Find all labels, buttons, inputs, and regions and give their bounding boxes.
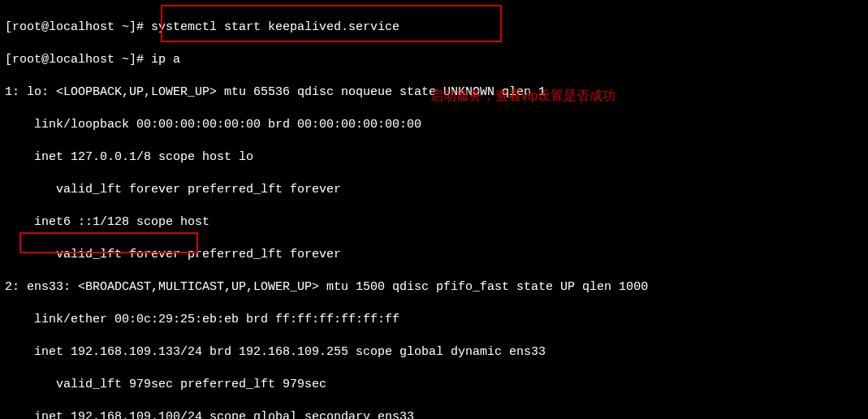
output-line: valid_lft forever preferred_lft forever	[5, 247, 863, 263]
output-line: inet 127.0.0.1/8 scope host lo	[5, 149, 863, 166]
output-line: 2: ens33: <BROADCAST,MULTICAST,UP,LOWER_…	[5, 279, 863, 296]
output-line: inet 192.168.109.133/24 brd 192.168.109.…	[5, 344, 863, 361]
output-line: link/loopback 00:00:00:00:00:00 brd 00:0…	[5, 117, 863, 133]
command-1: systemctl start keepalived.service	[151, 20, 399, 34]
output-line: valid_lft 979sec preferred_lft 979sec	[5, 377, 863, 393]
prompt-prefix: [root@localhost ~]#	[5, 53, 151, 67]
command-2: ip a	[151, 53, 180, 67]
output-line: valid_lft forever preferred_lft forever	[5, 182, 863, 198]
output-line: link/ether 00:0c:29:25:eb:eb brd ff:ff:f…	[5, 312, 863, 328]
output-line-vip: inet 192.168.109.100/24 scope global sec…	[5, 409, 863, 419]
output-line: inet6 ::1/128 scope host	[5, 214, 863, 231]
annotation-text: 启动服务，查看vip设置是否成功	[430, 88, 615, 104]
prompt-line-2: [root@localhost ~]# ip a	[5, 52, 863, 68]
prompt-line-1: [root@localhost ~]# systemctl start keep…	[5, 19, 863, 36]
prompt-prefix: [root@localhost ~]#	[5, 20, 151, 34]
terminal-output[interactable]: [root@localhost ~]# systemctl start keep…	[0, 0, 868, 419]
